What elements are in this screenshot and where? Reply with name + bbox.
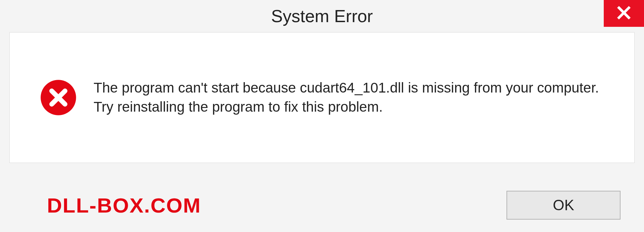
dialog-title: System Error xyxy=(271,6,373,26)
title-bar: System Error xyxy=(0,0,644,32)
error-icon xyxy=(40,79,77,116)
close-button[interactable] xyxy=(604,0,644,27)
error-message: The program can't start because cudart64… xyxy=(94,78,614,116)
watermark-text: DLL-BOX.COM xyxy=(47,193,201,217)
ok-button[interactable]: OK xyxy=(506,191,621,220)
footer: DLL-BOX.COM OK xyxy=(0,178,644,232)
content-panel: The program can't start because cudart64… xyxy=(9,32,635,163)
close-icon xyxy=(616,5,631,21)
